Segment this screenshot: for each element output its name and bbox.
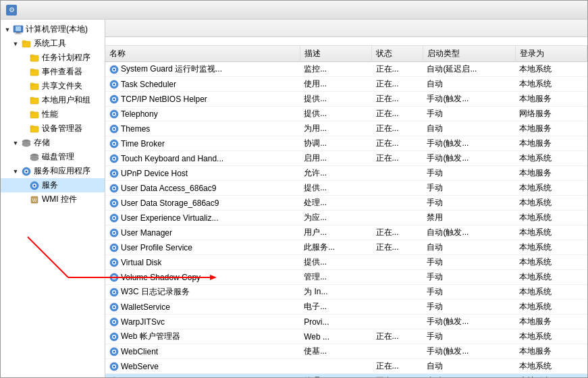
node-label-local-users: 本地用户和组 <box>42 94 90 106</box>
sidebar-item-system-tools[interactable]: ▼系统工具 <box>1 36 105 51</box>
sidebar-item-shared-folders[interactable]: 共享文件夹 <box>1 79 105 93</box>
expand-icon-services-apps[interactable]: ▼ <box>11 167 20 176</box>
svg-point-52 <box>113 157 115 159</box>
sidebar-item-performance[interactable]: 性能 <box>1 107 105 122</box>
table-row[interactable]: Virtual Disk提供...手动本地系统 <box>105 255 587 270</box>
cell-name: Windows Audio <box>105 374 300 378</box>
sidebar-item-wmi[interactable]: WWMI 控件 <box>1 192 105 207</box>
table-row[interactable]: Telephony提供...正在...手动网络服务 <box>105 107 587 122</box>
cell-desc: 为应... <box>300 211 371 225</box>
table-row[interactable]: UPnP Device Host允许...手动本地服务 <box>105 166 587 181</box>
table-row[interactable]: Task Scheduler使用...正在...自动本地系统 <box>105 77 587 92</box>
cell-status <box>372 255 423 270</box>
cell-status: 正在... <box>372 329 423 344</box>
expand-icon-task-scheduler[interactable] <box>20 54 28 62</box>
cell-login: 网络服务 <box>515 107 587 122</box>
svg-rect-1 <box>16 26 21 31</box>
node-label-wmi: WMI 控件 <box>42 194 77 205</box>
sidebar-item-storage[interactable]: ▼存储 <box>1 136 105 150</box>
table-row[interactable]: User Data Storage_686ac9处理...手动本地系统 <box>105 196 587 211</box>
svg-point-88 <box>113 335 115 338</box>
table-row[interactable]: User Profile Service此服务...正在...自动本地系统 <box>105 240 587 255</box>
table-row[interactable]: WebServe正在...自动本地系统 <box>105 359 587 374</box>
sidebar: ▼计算机管理(本地)▼系统工具任务计划程序事件查看器共享文件夹本地用户和组性能设… <box>1 20 105 377</box>
cell-desc: 为用... <box>300 122 371 136</box>
cell-status <box>372 211 423 225</box>
sidebar-item-services[interactable]: 服务 <box>1 178 105 192</box>
table-row[interactable]: Touch Keyboard and Hand...启用...正在...手动(触… <box>105 151 587 166</box>
table-row[interactable]: Time Broker协调...正在...手动(触发...本地服务 <box>105 136 587 151</box>
cell-status: 正在... <box>372 77 423 92</box>
sidebar-item-task-scheduler[interactable]: 任务计划程序 <box>1 51 105 65</box>
table-row[interactable]: System Guard 运行时监视...监控...正在...自动(延迟启...… <box>105 62 587 77</box>
col-login[interactable]: 登录为 <box>515 46 587 62</box>
node-label-event-viewer: 事件查看器 <box>42 66 82 78</box>
expand-icon-performance[interactable] <box>20 111 28 119</box>
table-row[interactable]: User Experience Virtualiz...为应...禁用本地系统 <box>105 211 587 225</box>
expand-icon-disk-management[interactable] <box>20 153 28 161</box>
node-icon-services-apps <box>21 166 32 177</box>
cell-status: 正在... <box>372 122 423 136</box>
svg-point-61 <box>113 202 115 204</box>
col-startup[interactable]: 启动类型 <box>423 46 515 62</box>
expand-icon-services[interactable] <box>20 182 28 190</box>
svg-rect-15 <box>30 111 34 113</box>
expand-icon-computer[interactable]: ▼ <box>3 26 11 34</box>
expand-icon-system-tools[interactable]: ▼ <box>11 40 20 48</box>
table-row[interactable]: Themes为用...正在...自动本地服务 <box>105 122 587 136</box>
sidebar-item-computer[interactable]: ▼计算机管理(本地) <box>1 22 105 36</box>
node-icon-event-viewer <box>29 67 40 78</box>
sidebar-item-local-users[interactable]: 本地用户和组 <box>1 93 105 107</box>
sidebar-item-disk-management[interactable]: 磁盘管理 <box>1 150 105 164</box>
cell-startup: 手动 <box>423 285 515 300</box>
cell-startup: 手动(触发... <box>423 315 515 329</box>
expand-icon-storage[interactable]: ▼ <box>11 139 20 147</box>
cell-desc: 管理... <box>300 374 371 378</box>
table-row[interactable]: User Data Access_686ac9提供...手动本地系统 <box>105 181 587 196</box>
table-row[interactable]: Volume Shadow Copy管理...手动本地系统 <box>105 270 587 285</box>
table-row[interactable]: W3C 日志记录服务为 In...手动本地系统 <box>105 285 587 300</box>
cell-status: 正在... <box>372 359 423 374</box>
col-name[interactable]: 名称 <box>105 46 300 62</box>
cell-desc: 使基... <box>300 344 371 359</box>
sidebar-item-services-apps[interactable]: ▼服务和应用程序 <box>1 164 105 178</box>
cell-status: 正在... <box>372 62 423 77</box>
col-status[interactable]: 状态 <box>372 46 423 62</box>
cell-login: 本地系统 <box>515 77 587 92</box>
cell-startup: 手动(触发... <box>423 151 515 166</box>
expand-icon-event-viewer[interactable] <box>20 68 28 76</box>
svg-point-70 <box>113 246 115 248</box>
table-row[interactable]: WalletService电子...手动本地系统 <box>105 300 587 315</box>
expand-icon-shared-folders[interactable] <box>20 82 28 90</box>
svg-point-49 <box>113 142 115 144</box>
col-desc[interactable]: 描述 <box>300 46 371 62</box>
cell-status: 正在... <box>372 240 423 255</box>
table-row[interactable]: WarpJITSvcProvi...手动(触发...本地服务 <box>105 315 587 329</box>
node-label-computer: 计算机管理(本地) <box>26 24 88 35</box>
cell-startup: 手动(触发... <box>423 136 515 151</box>
cell-name: System Guard 运行时监视... <box>105 62 300 77</box>
node-icon-performance <box>29 109 40 120</box>
expand-icon-local-users[interactable] <box>20 97 28 105</box>
sidebar-item-event-viewer[interactable]: 事件查看器 <box>1 65 105 79</box>
services-table[interactable]: 名称 描述 状态 启动类型 登录为 System Guard 运行时监视...监… <box>105 46 587 377</box>
svg-point-43 <box>113 113 115 115</box>
node-label-services-apps: 服务和应用程序 <box>34 165 90 177</box>
cell-login: 本地系统 <box>515 211 587 225</box>
cell-startup: 自动 <box>423 240 515 255</box>
expand-icon-device-manager[interactable] <box>20 125 28 133</box>
table-row[interactable]: Web 帐户管理器Web ...正在...手动本地系统 <box>105 329 587 344</box>
table-row[interactable]: Windows Audio管理...正在...自动本地服务 <box>105 374 587 378</box>
cell-login: 本地系统 <box>515 225 587 240</box>
services-list: 名称 描述 状态 启动类型 登录为 System Guard 运行时监视...监… <box>105 46 587 377</box>
cell-status: 正在... <box>372 151 423 166</box>
table-row[interactable]: WebClient使基...手动(触发...本地服务 <box>105 344 587 359</box>
cell-status <box>372 315 423 329</box>
svg-point-76 <box>113 276 115 278</box>
table-row[interactable]: TCP/IP NetBIOS Helper提供...正在...手动(触发...本… <box>105 92 587 107</box>
cell-status: 正在... <box>372 92 423 107</box>
table-row[interactable]: User Manager用户...正在...自动(触发...本地系统 <box>105 225 587 240</box>
svg-rect-3 <box>15 33 22 34</box>
sidebar-item-device-manager[interactable]: 设备管理器 <box>1 122 105 136</box>
expand-icon-wmi[interactable] <box>20 196 28 204</box>
